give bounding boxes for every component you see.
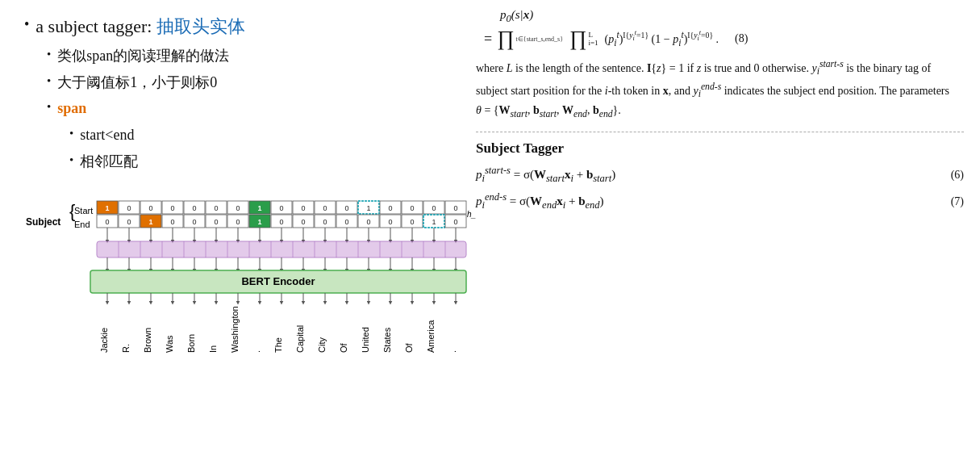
sub-sub-bullet-text-1: start<end	[80, 123, 134, 147]
prod-subscript-2: L i=1	[588, 31, 598, 47]
svg-text:0: 0	[236, 218, 240, 226]
sub-sub-bullet-dot-1: •	[69, 123, 73, 143]
sub-bullet-dot-1-1: •	[47, 44, 51, 64]
end-label: End	[74, 220, 90, 229]
svg-text:0: 0	[432, 204, 436, 212]
token-12: United	[361, 327, 370, 353]
svg-text:0: 0	[279, 204, 283, 212]
svg-text:0: 0	[192, 204, 196, 212]
svg-text:0: 0	[214, 204, 218, 212]
formula-6-line: pistart-s = σ(Wstartxi + bstart) (6)	[476, 165, 964, 185]
sub-bullet-text-1-3: span	[57, 97, 86, 120]
diagram-svg: Subject { Start End .cell-normal { fill:…	[24, 183, 476, 361]
sub-bullet-1-1: • 类似span的阅读理解的做法	[47, 44, 452, 68]
subject-tagger-title: Subject Tagger	[476, 140, 964, 157]
formula-7-expr: piend-s = σ(Wendxi + bend)	[476, 191, 935, 211]
sub-bullet-dot-1-3: •	[47, 97, 51, 116]
sub-sub-bullet-text-2: 相邻匹配	[80, 150, 138, 174]
svg-text:1: 1	[105, 204, 109, 212]
formula-7-num: (7)	[951, 195, 964, 208]
token-9: Capital	[295, 325, 305, 353]
svg-text:1: 1	[257, 218, 261, 226]
bullet-1: • a subject tagger: 抽取头实体	[24, 15, 452, 40]
token-3: Was	[165, 335, 174, 353]
svg-rect-86	[97, 241, 466, 257]
svg-text:0: 0	[410, 204, 414, 212]
bullet-1-prefix: a subject tagger:	[35, 16, 152, 36]
bert-label: BERT Encoder	[241, 275, 315, 287]
formula-main-line: = ∏ t∈{start_s,end_s} ∏ L i=1 (pit)I{yit…	[484, 28, 964, 49]
formula-description: where L is the length of the sentence. I…	[476, 57, 952, 122]
sub-bullet-1-3: • span	[47, 97, 452, 120]
svg-text:0: 0	[388, 204, 392, 212]
svg-text:1: 1	[148, 218, 152, 226]
svg-text:0: 0	[127, 218, 131, 226]
formula-6-num: (6)	[951, 169, 964, 182]
token-7: .	[252, 350, 261, 353]
subject-label: Subject	[26, 216, 60, 228]
token-16: .	[448, 350, 457, 353]
svg-text:0: 0	[236, 204, 240, 212]
svg-text:0: 0	[279, 218, 283, 226]
sub-sub-bullet-2: • 相邻匹配	[69, 150, 452, 174]
svg-text:0: 0	[453, 218, 457, 226]
token-8: The	[273, 337, 283, 353]
bullet-1-text: a subject tagger: 抽取头实体	[35, 15, 245, 40]
svg-text:0: 0	[301, 218, 305, 226]
formula-7-line: piend-s = σ(Wendxi + bend) (7)	[476, 191, 964, 211]
formula-p0: p0(s|x)	[500, 8, 964, 25]
token-10: City	[317, 337, 327, 352]
token-4: Born	[186, 334, 196, 353]
formula-block-main: p0(s|x) = ∏ t∈{start_s,end_s} ∏ L i=1 (p…	[476, 8, 964, 49]
svg-text:0: 0	[344, 204, 348, 212]
sub-bullets-1: • 类似span的阅读理解的做法 • 大于阈值标1，小于则标0 • span •…	[47, 44, 452, 174]
prod-subscript-1: t∈{start_s,end_s}	[516, 36, 563, 43]
sub-sub-bullet-dot-2: •	[69, 150, 73, 170]
token-0: Jackie	[99, 328, 109, 353]
sub-sub-bullets: • start<end • 相邻匹配	[69, 123, 452, 174]
svg-text:0: 0	[170, 218, 174, 226]
svg-text:0: 0	[344, 218, 348, 226]
eq-number-8: (8)	[735, 32, 748, 45]
hn-label: h_n	[467, 210, 476, 219]
token-1: R.	[121, 344, 131, 353]
bullet-dot-1: •	[24, 15, 29, 35]
token-2: Brown	[143, 328, 152, 353]
svg-text:0: 0	[127, 204, 131, 212]
left-panel: • a subject tagger: 抽取头实体 • 类似span的阅读理解的…	[0, 0, 468, 452]
svg-text:0: 0	[105, 218, 109, 226]
formula-6-expr: pistart-s = σ(Wstartxi + bstart)	[476, 165, 935, 185]
sub-bullet-text-1-1: 类似span的阅读理解的做法	[57, 44, 229, 68]
svg-text:0: 0	[301, 204, 305, 212]
svg-text:0: 0	[192, 218, 196, 226]
svg-text:0: 0	[410, 218, 414, 226]
sub-bullet-text-1-2: 大于阈值标1，小于则标0	[57, 71, 217, 94]
prod-symbol-2: ∏	[569, 28, 586, 49]
diagram-container: Subject { Start End .cell-normal { fill:…	[24, 183, 476, 361]
svg-text:1: 1	[366, 204, 370, 212]
prod-symbol-1: ∏	[497, 28, 514, 49]
bullet-1-tagger: 抽取头实体	[156, 16, 245, 36]
token-11: Of	[339, 342, 348, 353]
token-14: Of	[404, 342, 414, 353]
token-15: America	[426, 320, 436, 353]
token-6: Washington	[230, 306, 240, 353]
right-panel: p0(s|x) = ∏ t∈{start_s,end_s} ∏ L i=1 (p…	[468, 0, 980, 452]
svg-text:0: 0	[214, 218, 218, 226]
svg-text:1: 1	[432, 218, 436, 226]
sub-sub-bullet-1: • start<end	[69, 123, 452, 147]
formula-expression: (pit)I{yit=1} (1 − pit)I{yit=0} .	[605, 29, 719, 48]
token-13: States	[382, 327, 392, 353]
svg-text:0: 0	[323, 204, 327, 212]
svg-text:1: 1	[257, 204, 261, 212]
separator-line	[476, 132, 964, 132]
svg-text:0: 0	[148, 204, 152, 212]
svg-text:0: 0	[388, 218, 392, 226]
sub-bullet-dot-1-2: •	[47, 71, 51, 90]
svg-text:0: 0	[453, 204, 457, 212]
svg-text:0: 0	[366, 218, 370, 226]
start-label: Start	[74, 206, 93, 216]
equals-sign: =	[484, 31, 492, 48]
svg-text:0: 0	[323, 218, 327, 226]
token-5: In	[208, 345, 218, 353]
